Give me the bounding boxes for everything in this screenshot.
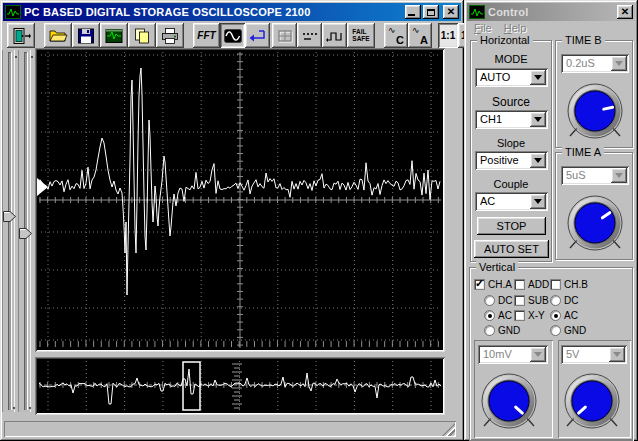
- time-a-value: 5uS: [566, 169, 586, 181]
- stop-button[interactable]: STOP: [477, 217, 546, 235]
- scope-display[interactable]: [35, 48, 445, 352]
- mode-dropdown-arrow[interactable]: [530, 70, 546, 85]
- waveform-display-toggle[interactable]: [220, 23, 245, 48]
- ch-b-range-panel: 5V: [558, 340, 631, 438]
- source-select[interactable]: CH1: [475, 110, 548, 129]
- slider-thumb-b[interactable]: [19, 228, 32, 239]
- checkbox-xy[interactable]: ✓ X-Y: [514, 309, 545, 322]
- horizontal-group: Horizontal MODE AUTO Source CH1 Slope Po…: [470, 40, 552, 262]
- ch-a-range-dropdown-arrow: [530, 347, 546, 362]
- radio-ch-b-ac[interactable]: AC: [550, 309, 578, 322]
- control-close-button[interactable]: ✕: [617, 5, 633, 19]
- main-titlebar[interactable]: PC BASED DIGITAL STORAGE OSCILLOSCOPE 21…: [3, 3, 461, 21]
- ch-b-gain-knob[interactable]: [560, 369, 624, 433]
- control-titlebar[interactable]: Control ✕: [467, 3, 635, 21]
- slope-label: Slope: [471, 137, 551, 149]
- source-dropdown-arrow[interactable]: [530, 112, 546, 127]
- auto-set-button[interactable]: AUTO SET: [474, 240, 549, 258]
- close-icon: ✕: [447, 7, 455, 17]
- fft-button[interactable]: FFT: [193, 23, 220, 48]
- app-icon: [469, 5, 485, 19]
- open-folder-icon: [48, 27, 68, 45]
- slope-dropdown-arrow[interactable]: [530, 153, 546, 168]
- sine-wave-icon: [223, 28, 243, 44]
- dotted-trace-button[interactable]: [297, 23, 322, 48]
- save-button[interactable]: [72, 23, 100, 48]
- coupling-c-button[interactable]: ∿ C: [384, 23, 408, 48]
- main-window-title: PC BASED DIGITAL STORAGE OSCILLOSCOPE 21…: [24, 6, 311, 18]
- slider-tick: [15, 56, 17, 58]
- ch-a-range-value: 10mV: [483, 348, 512, 360]
- channel-a-position-slider[interactable]: [2, 50, 15, 412]
- control-window: Control ✕ File Help Horizontal MODE AUTO…: [464, 0, 638, 441]
- minimize-icon: [408, 14, 415, 16]
- menu-file[interactable]: File: [474, 22, 492, 34]
- couple-select[interactable]: AC: [475, 192, 548, 211]
- time-b-group-label: TIME B: [562, 34, 605, 47]
- checkbox-ch-a[interactable]: ✓ CH.A: [474, 278, 512, 291]
- couple-value: AC: [480, 195, 495, 207]
- slope-value: Positive: [480, 154, 519, 166]
- radio-ch-a-ac[interactable]: AC: [484, 309, 512, 322]
- main-window: PC BASED DIGITAL STORAGE OSCILLOSCOPE 21…: [0, 0, 464, 441]
- horizontal-group-label: Horizontal: [477, 34, 533, 47]
- checkbox-add[interactable]: ✓ ADD: [514, 278, 549, 291]
- exit-button[interactable]: [7, 23, 35, 48]
- radio-ch-a-dc[interactable]: DC: [484, 294, 512, 307]
- capture-image-button[interactable]: [100, 23, 128, 48]
- checkbox-sub[interactable]: ✓ SUB: [514, 294, 549, 307]
- time-a-dropdown-arrow: [611, 168, 627, 183]
- time-b-group: TIME B 0.2uS: [555, 40, 633, 148]
- source-value: CH1: [480, 113, 502, 125]
- maximize-button[interactable]: [423, 5, 439, 19]
- menu-bar: File Help: [467, 21, 635, 35]
- probe-1to1-button[interactable]: 1:1: [438, 23, 458, 48]
- radio-ch-a-gnd[interactable]: GND: [484, 324, 520, 337]
- return-arrow-icon: [248, 28, 268, 44]
- slider-tick: [31, 56, 33, 58]
- scope-waveform-canvas: [37, 50, 443, 350]
- slider-thumb-a[interactable]: [3, 211, 16, 222]
- slider-tick: [29, 407, 31, 409]
- menu-help[interactable]: Help: [504, 22, 527, 34]
- slope-select[interactable]: Positive: [475, 151, 548, 170]
- print-button[interactable]: [156, 23, 184, 48]
- close-button[interactable]: ✕: [443, 5, 459, 19]
- couple-dropdown-arrow[interactable]: [530, 194, 546, 209]
- radio-ch-b-gnd[interactable]: GND: [550, 324, 586, 337]
- failsafe-label: FAIL SAFE: [352, 29, 369, 42]
- dotted-line-icon: [301, 28, 319, 44]
- failsafe-button[interactable]: FAIL SAFE: [347, 23, 375, 48]
- return-sweep-button[interactable]: [245, 23, 270, 48]
- time-a-group-label: TIME A: [562, 146, 604, 159]
- minimize-button[interactable]: [405, 5, 421, 19]
- grid-icon: [276, 28, 294, 44]
- printer-icon: [160, 27, 180, 45]
- vertical-group-label: Vertical: [476, 261, 518, 274]
- ch-b-range-dropdown-arrow: [609, 347, 625, 362]
- ch-b-range-value: 5V: [566, 348, 579, 360]
- radio-ch-b-dc[interactable]: DC: [550, 294, 578, 307]
- overview-waveform-canvas: [37, 359, 443, 413]
- overview-strip-display[interactable]: [35, 357, 445, 415]
- slider-tick: [13, 407, 15, 409]
- square-wave-icon: [326, 28, 344, 44]
- slider-track: [8, 52, 11, 410]
- resize-grip[interactable]: [442, 423, 455, 436]
- time-a-knob[interactable]: [563, 191, 627, 255]
- scope-image-icon: [104, 27, 124, 45]
- ch-a-gain-knob[interactable]: [477, 369, 541, 433]
- fft-label: FFT: [197, 30, 215, 41]
- ch-a-range-select: 10mV: [478, 345, 548, 364]
- copy-button[interactable]: [128, 23, 156, 48]
- save-floppy-icon: [76, 27, 96, 45]
- coupling-a-button[interactable]: ∿ A: [408, 23, 432, 48]
- open-button[interactable]: [44, 23, 72, 48]
- control-window-title: Control: [488, 6, 529, 18]
- grid-toggle-button[interactable]: [272, 23, 297, 48]
- square-wave-button[interactable]: [322, 23, 347, 48]
- mode-select[interactable]: AUTO: [475, 68, 548, 87]
- mode-label: MODE: [471, 53, 551, 65]
- checkbox-ch-b[interactable]: ✓ CH.B: [550, 278, 588, 291]
- time-b-knob[interactable]: [563, 79, 627, 143]
